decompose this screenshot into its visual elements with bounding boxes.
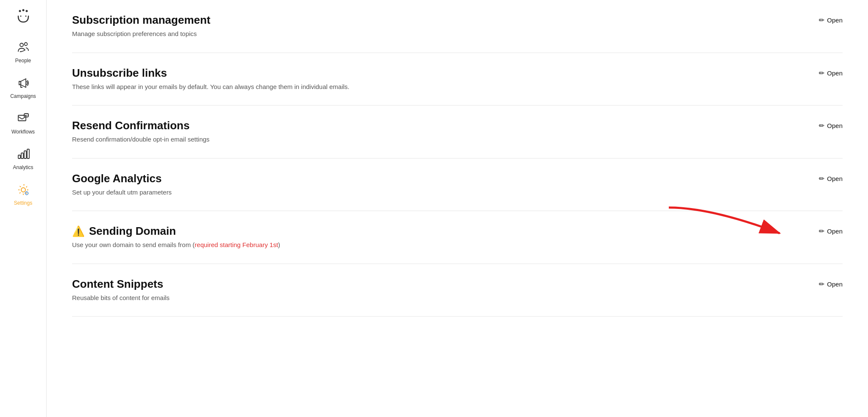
pencil-icon: ✏ <box>819 69 824 77</box>
resend-confirmations-desc: Resend confirmation/double opt-in email … <box>72 135 810 145</box>
sidebar-item-settings-label: Settings <box>14 200 32 206</box>
svg-point-0 <box>19 10 21 12</box>
svg-point-10 <box>26 115 27 116</box>
settings-row-content: Resend Confirmations Resend confirmation… <box>72 119 810 145</box>
resend-confirmations-open-button[interactable]: ✏ Open <box>810 119 843 130</box>
sidebar-item-people[interactable]: People <box>0 34 46 70</box>
subscription-management-open-label: Open <box>827 17 843 24</box>
google-analytics-title: Google Analytics <box>72 172 810 185</box>
google-analytics-open-label: Open <box>827 175 843 182</box>
sidebar-item-settings[interactable]: Settings <box>0 176 46 212</box>
main-content: Subscription management Manage subscript… <box>47 0 868 417</box>
svg-rect-12 <box>18 155 20 158</box>
svg-rect-7 <box>18 115 26 121</box>
unsubscribe-links-open-button[interactable]: ✏ Open <box>810 67 843 77</box>
settings-row-content: Subscription management Manage subscript… <box>72 14 810 39</box>
settings-row-content: Google Analytics Set up your default utm… <box>72 172 810 197</box>
svg-rect-15 <box>27 149 29 158</box>
sending-domain-desc-red: required starting February 1st <box>195 241 278 248</box>
analytics-icon <box>16 147 31 162</box>
subscription-management-title: Subscription management <box>72 14 211 27</box>
workflows-icon <box>16 111 31 126</box>
campaigns-icon <box>16 75 31 91</box>
settings-row-content: Content Snippets Reusable bits of conten… <box>72 278 810 303</box>
sending-domain-desc-after: ) <box>278 241 280 248</box>
app-logo <box>12 5 34 27</box>
svg-rect-14 <box>24 151 26 158</box>
people-icon <box>16 40 31 55</box>
svg-point-11 <box>28 115 28 116</box>
svg-point-2 <box>25 10 28 12</box>
settings-row-content-snippets: Content Snippets Reusable bits of conten… <box>72 264 843 317</box>
svg-point-5 <box>20 43 23 47</box>
pencil-icon: ✏ <box>819 280 824 288</box>
resend-confirmations-title: Resend Confirmations <box>72 119 810 132</box>
settings-row-title: Subscription management <box>72 14 810 27</box>
sidebar-item-workflows[interactable]: Workflows <box>0 105 46 141</box>
warning-triangle-icon: ⚠️ <box>72 225 85 237</box>
sidebar-item-analytics[interactable]: Analytics <box>0 141 46 176</box>
sending-domain-desc: Use your own domain to send emails from … <box>72 240 810 250</box>
unsubscribe-links-open-label: Open <box>827 70 843 77</box>
subscription-management-desc: Manage subscription preferences and topi… <box>72 29 810 39</box>
settings-row-content: ⚠️ Sending Domain Use your own domain to… <box>72 225 810 250</box>
sending-domain-desc-before: Use your own domain to send emails from … <box>72 241 195 248</box>
resend-confirmations-open-label: Open <box>827 122 843 129</box>
content-snippets-desc: Reusable bits of content for emails <box>72 293 810 303</box>
settings-row-resend-confirmations: Resend Confirmations Resend confirmation… <box>72 106 843 158</box>
content-snippets-open-button[interactable]: ✏ Open <box>810 278 843 288</box>
svg-point-1 <box>22 9 24 11</box>
sidebar-item-campaigns[interactable]: Campaigns <box>0 70 46 105</box>
google-analytics-open-button[interactable]: ✏ Open <box>810 172 843 183</box>
svg-point-4 <box>25 16 26 17</box>
pencil-icon: ✏ <box>819 16 824 24</box>
svg-point-9 <box>25 115 26 116</box>
google-analytics-desc: Set up your default utm parameters <box>72 188 810 197</box>
content-snippets-open-label: Open <box>827 281 843 288</box>
logo-icon <box>14 7 33 25</box>
settings-row-unsubscribe-links: Unsubscribe links These links will appea… <box>72 53 843 106</box>
pencil-icon: ✏ <box>819 175 824 183</box>
pencil-icon: ✏ <box>819 227 824 235</box>
settings-row-subscription-management: Subscription management Manage subscript… <box>72 0 843 53</box>
sidebar-item-people-label: People <box>15 58 31 64</box>
unsubscribe-links-title: Unsubscribe links <box>72 67 810 80</box>
content-snippets-title: Content Snippets <box>72 278 810 291</box>
svg-point-6 <box>24 43 27 46</box>
settings-row-google-analytics: Google Analytics Set up your default utm… <box>72 158 843 211</box>
settings-icon <box>16 182 31 197</box>
settings-row-sending-domain: ⚠️ Sending Domain Use your own domain to… <box>72 211 843 264</box>
sending-domain-title: ⚠️ Sending Domain <box>72 225 810 238</box>
pencil-icon: ✏ <box>819 122 824 130</box>
subscription-management-open-button[interactable]: ✏ Open <box>810 14 843 24</box>
sending-domain-open-button[interactable]: ✏ Open <box>810 225 843 235</box>
svg-point-3 <box>20 16 21 17</box>
sidebar: People Campaigns <box>0 0 47 417</box>
svg-point-16 <box>21 188 25 192</box>
sending-domain-open-label: Open <box>827 228 843 235</box>
settings-row-content: Unsubscribe links These links will appea… <box>72 67 810 92</box>
sidebar-item-campaigns-label: Campaigns <box>10 93 36 99</box>
sidebar-item-analytics-label: Analytics <box>13 164 33 170</box>
sidebar-item-workflows-label: Workflows <box>11 129 35 135</box>
unsubscribe-links-desc: These links will appear in your emails b… <box>72 82 810 92</box>
svg-rect-13 <box>21 153 23 158</box>
